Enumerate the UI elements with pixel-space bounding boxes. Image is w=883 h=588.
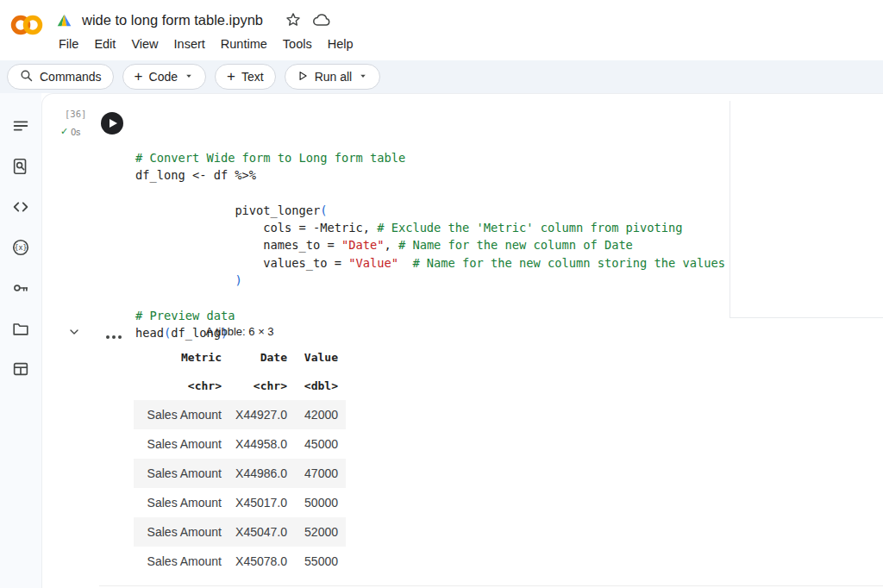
- output-table-header-row: MetricDateValue: [134, 343, 346, 372]
- code-line: names_to = "Date", # Name for the new co…: [135, 236, 725, 253]
- code-line: [135, 289, 725, 306]
- table-row: Sales AmountX44958.045000: [134, 429, 346, 459]
- output-options-button[interactable]: [104, 328, 123, 335]
- output-table: MetricDateValue <chr><chr><dbl> Sales Am…: [134, 343, 346, 576]
- files-folder-icon[interactable]: [10, 318, 31, 339]
- run-all-label: Run all: [315, 70, 353, 84]
- code-line: pivot_longer(: [135, 202, 725, 219]
- column-header: Date: [222, 343, 287, 372]
- table-cell: X44986.0: [222, 459, 287, 488]
- run-cell-button[interactable]: [101, 112, 123, 134]
- table-cell: Sales Amount: [134, 459, 222, 488]
- search-icon: [19, 68, 34, 85]
- code-line: cols = -Metric, # Exclude the 'Metric' c…: [135, 219, 725, 236]
- column-header: Value: [287, 343, 346, 372]
- menu-item-help[interactable]: Help: [324, 35, 357, 53]
- table-cell: Sales Amount: [134, 400, 222, 429]
- code-line: # Convert Wide form to Long form table: [135, 149, 725, 166]
- chevron-down-icon[interactable]: [184, 70, 194, 84]
- execution-status: ✓ 0s: [60, 126, 80, 137]
- drive-icon: [53, 9, 74, 30]
- execution-count: [36]: [65, 109, 86, 119]
- collapse-section-icon[interactable]: [66, 325, 82, 341]
- table-row: Sales AmountX44986.047000: [134, 459, 346, 488]
- play-icon: [297, 70, 309, 84]
- star-icon[interactable]: [283, 9, 304, 30]
- secrets-key-icon[interactable]: [10, 278, 31, 298]
- cell-output-divider: [730, 317, 883, 318]
- output-table-body: Sales AmountX44927.042000Sales AmountX44…: [134, 400, 346, 576]
- column-type: <chr>: [222, 372, 287, 400]
- menu-item-view[interactable]: View: [128, 35, 161, 53]
- table-of-contents-icon[interactable]: [10, 116, 31, 136]
- code-line: df_long <- df %>%: [135, 166, 725, 184]
- table-cell: 42000: [287, 400, 346, 429]
- menu-item-runtime[interactable]: Runtime: [217, 35, 271, 53]
- notebook-title[interactable]: wide to long form table.ipynb: [82, 12, 263, 28]
- table-cell: Sales Amount: [134, 547, 222, 576]
- cloud-save-icon[interactable]: [311, 9, 332, 30]
- table-cell: Sales Amount: [134, 429, 222, 459]
- table-cell: 52000: [287, 517, 346, 547]
- cell-right-border: [730, 101, 730, 318]
- code-lines: # Convert Wide form to Long form tabledf…: [135, 149, 725, 342]
- table-cell: 47000: [287, 459, 346, 488]
- variables-icon[interactable]: {x}: [10, 237, 31, 258]
- table-cell: 55000: [287, 547, 346, 576]
- code-snippets-icon[interactable]: [10, 197, 31, 217]
- execution-time: 0s: [71, 127, 80, 137]
- column-type: <chr>: [134, 372, 222, 400]
- table-cell: X45017.0: [222, 488, 287, 517]
- add-text-button[interactable]: + Text: [215, 64, 276, 90]
- tibble-caption: A tibble: 6 × 3: [134, 321, 346, 343]
- svg-text:{x}: {x}: [15, 243, 28, 252]
- add-code-label: Code: [149, 70, 178, 84]
- table-cell: 45000: [287, 429, 346, 459]
- table-cell: X44927.0: [222, 400, 287, 429]
- table-row: Sales AmountX45017.050000: [134, 488, 346, 517]
- add-text-label: Text: [241, 70, 264, 84]
- table-cell: Sales Amount: [134, 517, 222, 547]
- table-row: Sales AmountX44927.042000: [134, 400, 346, 429]
- title-row: wide to long form table.ipynb: [53, 9, 332, 31]
- table-row: Sales AmountX45047.052000: [134, 517, 346, 547]
- run-all-button[interactable]: Run all: [285, 64, 381, 90]
- cell-output: A tibble: 6 × 3 MetricDateValue <chr><ch…: [134, 321, 346, 576]
- table-cell: X44958.0: [222, 429, 287, 459]
- menu-item-edit[interactable]: Edit: [91, 35, 119, 53]
- code-line: values_to = "Value" # Name for the new c…: [135, 254, 725, 272]
- find-and-replace-icon[interactable]: [10, 156, 31, 177]
- commands-label: Commands: [40, 70, 102, 84]
- code-line: [135, 184, 725, 201]
- menu-item-insert[interactable]: Insert: [171, 35, 209, 53]
- plus-icon: +: [135, 69, 143, 84]
- toolbar: Commands + Code + Text Run all: [0, 60, 883, 93]
- check-icon: ✓: [60, 126, 68, 137]
- code-line: ): [135, 272, 725, 289]
- menu-item-tools[interactable]: Tools: [279, 35, 316, 53]
- column-header: Metric: [134, 343, 222, 372]
- table-view-icon[interactable]: [10, 359, 31, 379]
- column-type: <dbl>: [287, 372, 346, 400]
- left-sidebar: {x}: [0, 93, 41, 588]
- plus-icon: +: [227, 69, 235, 84]
- add-code-button[interactable]: + Code: [122, 64, 206, 90]
- commands-button[interactable]: Commands: [7, 64, 114, 90]
- chevron-down-icon[interactable]: [358, 70, 368, 84]
- menu-bar: File Edit View Insert Runtime Tools Help: [55, 35, 357, 53]
- menu-item-file[interactable]: File: [55, 35, 82, 53]
- table-cell: X45078.0: [222, 547, 287, 576]
- colab-logo[interactable]: [9, 13, 45, 37]
- next-cell-divider: [99, 585, 883, 586]
- table-cell: Sales Amount: [134, 488, 222, 517]
- play-icon: [110, 119, 117, 128]
- table-cell: 50000: [287, 488, 346, 517]
- header: wide to long form table.ipynb File Edit …: [0, 0, 883, 60]
- table-row: Sales AmountX45078.055000: [134, 547, 346, 576]
- output-table-type-row: <chr><chr><dbl>: [134, 372, 346, 400]
- table-cell: X45047.0: [222, 517, 287, 547]
